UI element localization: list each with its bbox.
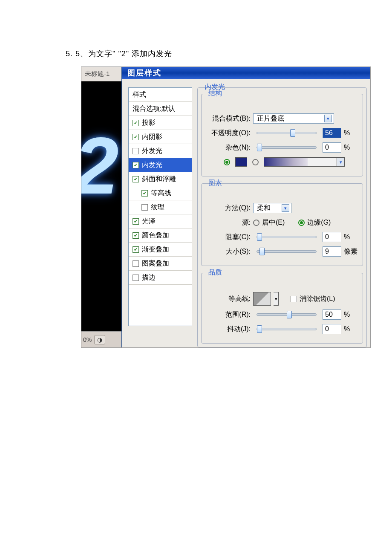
style-item-6[interactable]: 纹理 <box>129 200 192 214</box>
style-item-0[interactable]: ✔投影 <box>129 116 192 130</box>
size-input[interactable]: 9 <box>323 246 341 257</box>
canvas-column: 未标题-1 2 0% ◑ <box>81 67 121 347</box>
glow-color-radio[interactable] <box>224 159 230 165</box>
blend-mode-combo[interactable]: 正片叠底 ▾ <box>253 113 334 124</box>
antialias-label: 消除锯齿(L) <box>300 295 335 304</box>
style-list-header[interactable]: 样式 <box>129 88 192 102</box>
checkbox-icon[interactable]: ✔ <box>133 232 139 239</box>
style-item-3[interactable]: ✔内发光 <box>129 158 192 172</box>
size-value: 9 <box>325 248 329 255</box>
range-slider[interactable] <box>257 313 317 316</box>
range-input[interactable]: 50 <box>323 309 341 320</box>
style-item-5[interactable]: ✔等高线 <box>129 186 192 200</box>
style-item-8[interactable]: ✔颜色叠加 <box>129 228 192 243</box>
checkbox-icon[interactable] <box>133 260 139 267</box>
style-item-label: 斜面和浮雕 <box>142 175 176 184</box>
style-blend-defaults[interactable]: 混合选项:默认 <box>129 102 192 116</box>
style-item-1[interactable]: ✔内阴影 <box>129 130 192 144</box>
choke-label: 阻塞(C): <box>207 233 251 242</box>
source-center-label: 居中(E) <box>262 218 285 227</box>
chevron-down-icon[interactable]: ▾ <box>337 157 345 167</box>
size-label: 大小(S): <box>207 247 251 256</box>
nav-button[interactable]: ◑ <box>94 335 105 344</box>
jitter-slider[interactable] <box>257 328 317 330</box>
checkbox-icon[interactable] <box>133 275 139 281</box>
inner-glow-outer-group: 内发光 结构 混合模式(B): 正片叠底 ▾ 不透明度(O): <box>197 87 367 347</box>
quality-title: 品质 <box>206 268 225 277</box>
chevron-down-icon: ▾ <box>282 204 289 212</box>
glow-gradient-swatch[interactable] <box>264 157 337 167</box>
source-center-radio[interactable] <box>253 220 259 226</box>
checkbox-icon[interactable]: ✔ <box>133 246 139 253</box>
checkbox-icon[interactable] <box>141 204 148 211</box>
blend-mode-value: 正片叠底 <box>257 114 323 123</box>
style-item-label: 渐变叠加 <box>142 245 169 254</box>
style-item-4[interactable]: ✔斜面和浮雕 <box>129 172 192 186</box>
elements-group: 图素 方法(Q): 柔和 ▾ 源: 居中(E) <box>201 183 363 266</box>
size-unit: 像素 <box>344 247 357 256</box>
source-edge-radio[interactable] <box>298 220 305 226</box>
source-edge-label: 边缘(G) <box>307 218 331 227</box>
checkbox-icon[interactable]: ✔ <box>133 218 139 225</box>
style-item-label: 内发光 <box>142 161 162 170</box>
choke-slider[interactable] <box>257 236 317 238</box>
source-label: 源: <box>207 218 251 227</box>
style-item-2[interactable]: 外发光 <box>129 144 192 158</box>
choke-input[interactable]: 0 <box>323 232 341 242</box>
inner-glow-panel: 内发光 结构 混合模式(B): 正片叠底 ▾ 不透明度(O): <box>197 87 370 347</box>
range-unit: % <box>344 311 357 318</box>
blend-mode-label: 混合模式(B): <box>207 114 251 123</box>
style-item-9[interactable]: ✔渐变叠加 <box>129 243 192 257</box>
opacity-unit: % <box>344 129 357 137</box>
choke-value: 0 <box>325 233 329 241</box>
antialias-checkbox[interactable] <box>291 296 297 302</box>
dialog-body: 样式 混合选项:默认 ✔投影✔内阴影外发光✔内发光✔斜面和浮雕✔等高线纹理✔光泽… <box>122 79 370 347</box>
noise-input[interactable]: 0 <box>323 142 341 153</box>
screenshot-frame: 未标题-1 2 0% ◑ 图层样式 样式 混合选项:默认 ✔投影✔内阴影外发光✔… <box>81 66 371 348</box>
structure-group: 结构 混合模式(B): 正片叠底 ▾ 不透明度(O): 56 <box>201 94 363 176</box>
style-item-label: 等高线 <box>151 189 171 198</box>
style-item-label: 纹理 <box>151 203 164 212</box>
document-tab-label: 未标题-1 <box>85 70 110 78</box>
noise-slider[interactable] <box>257 146 317 149</box>
glow-color-swatch[interactable] <box>235 157 247 167</box>
checkbox-icon[interactable]: ✔ <box>133 162 139 168</box>
document-canvas[interactable]: 2 <box>81 81 121 331</box>
figure-caption: 5. 5、为文字" "2" 添加内发光 <box>66 49 172 59</box>
zoom-value: 0% <box>83 336 92 343</box>
style-item-10[interactable]: 图案叠加 <box>129 257 192 271</box>
opacity-value: 56 <box>325 129 333 137</box>
range-label: 范围(R): <box>207 310 251 319</box>
checkbox-icon[interactable] <box>133 148 139 154</box>
opacity-slider[interactable] <box>257 132 317 134</box>
style-item-label: 投影 <box>142 119 156 127</box>
style-item-label: 外发光 <box>142 147 162 156</box>
style-item-11[interactable]: 描边 <box>129 271 192 285</box>
jitter-unit: % <box>344 325 357 333</box>
checkbox-icon[interactable]: ✔ <box>141 190 148 197</box>
style-item-7[interactable]: ✔光泽 <box>129 214 192 228</box>
jitter-input[interactable]: 0 <box>323 324 341 334</box>
checkbox-icon[interactable]: ✔ <box>133 120 139 126</box>
jitter-value: 0 <box>325 325 329 333</box>
canvas-text-2: 2 <box>81 129 119 202</box>
checkbox-icon[interactable]: ✔ <box>133 176 139 182</box>
chevron-down-icon[interactable]: ▾ <box>274 292 279 306</box>
opacity-label: 不透明度(O): <box>207 129 251 138</box>
method-value: 柔和 <box>257 204 280 213</box>
contour-picker[interactable] <box>253 292 271 306</box>
style-item-label: 图案叠加 <box>142 259 169 268</box>
noise-label: 杂色(N): <box>207 143 251 152</box>
style-list: 样式 混合选项:默认 ✔投影✔内阴影外发光✔内发光✔斜面和浮雕✔等高线纹理✔光泽… <box>128 87 192 326</box>
jitter-label: 抖动(J): <box>207 325 251 334</box>
checkbox-icon[interactable]: ✔ <box>133 134 139 140</box>
dialog-titlebar[interactable]: 图层样式 <box>122 67 370 79</box>
choke-unit: % <box>344 233 357 241</box>
document-tab[interactable]: 未标题-1 <box>81 67 121 81</box>
glow-gradient-radio[interactable] <box>252 159 259 165</box>
size-slider[interactable] <box>257 250 317 253</box>
method-combo[interactable]: 柔和 ▾ <box>253 203 291 213</box>
opacity-input[interactable]: 56 <box>323 128 341 138</box>
contour-label: 等高线: <box>207 295 251 304</box>
style-item-label: 描边 <box>142 273 156 282</box>
